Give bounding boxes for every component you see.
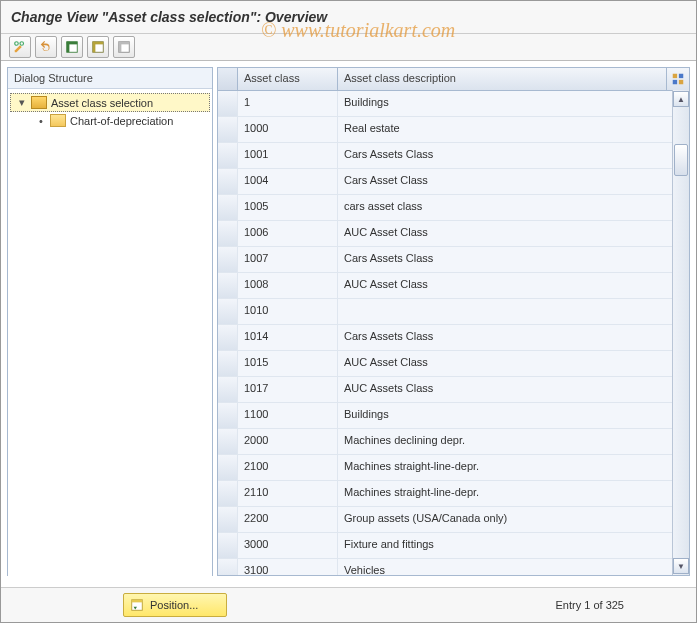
cell-asset-class[interactable]: 2100	[238, 455, 338, 480]
select-block-button[interactable]	[87, 36, 109, 58]
row-selector[interactable]	[218, 247, 238, 272]
table-select-icon	[65, 40, 79, 54]
cell-asset-class-description[interactable]: Machines straight-line-depr.	[338, 455, 689, 480]
cell-asset-class-description[interactable]: Cars Assets Class	[338, 325, 689, 350]
table-row[interactable]: 2200Group assets (USA/Canada only)	[218, 507, 689, 533]
table-row[interactable]: 3100Vehicles	[218, 559, 689, 575]
col-asset-class-description[interactable]: Asset class description	[338, 68, 667, 90]
table-row[interactable]: 1004Cars Asset Class	[218, 169, 689, 195]
svg-rect-13	[673, 80, 677, 84]
cell-asset-class-description[interactable]: Vehicles	[338, 559, 689, 575]
tree-node-chart-of-depreciation[interactable]: • Chart-of-depreciation	[8, 112, 212, 129]
table-row[interactable]: 1100Buildings	[218, 403, 689, 429]
cell-asset-class-description[interactable]: Cars Asset Class	[338, 169, 689, 194]
row-selector[interactable]	[218, 377, 238, 402]
vertical-scrollbar[interactable]: ▲ ▼	[672, 90, 689, 575]
row-selector[interactable]	[218, 351, 238, 376]
row-selector[interactable]	[218, 455, 238, 480]
svg-point-0	[15, 42, 19, 46]
row-selector[interactable]	[218, 403, 238, 428]
table-row[interactable]: 2100Machines straight-line-depr.	[218, 455, 689, 481]
table-row[interactable]: 1001Cars Assets Class	[218, 143, 689, 169]
cell-asset-class[interactable]: 1005	[238, 195, 338, 220]
cell-asset-class[interactable]: 1015	[238, 351, 338, 376]
row-selector[interactable]	[218, 533, 238, 558]
cell-asset-class[interactable]: 1007	[238, 247, 338, 272]
row-selector[interactable]	[218, 221, 238, 246]
cell-asset-class-description[interactable]: Fixture and fittings	[338, 533, 689, 558]
cell-asset-class[interactable]: 1008	[238, 273, 338, 298]
svg-rect-4	[67, 42, 70, 53]
cell-asset-class-description[interactable]: Machines declining depr.	[338, 429, 689, 454]
scroll-up-button[interactable]: ▲	[673, 91, 689, 107]
table-row[interactable]: 1Buildings	[218, 91, 689, 117]
cell-asset-class[interactable]: 3100	[238, 559, 338, 575]
row-selector[interactable]	[218, 143, 238, 168]
cell-asset-class[interactable]: 1100	[238, 403, 338, 428]
cell-asset-class[interactable]: 3000	[238, 533, 338, 558]
table-row[interactable]: 1000Real estate	[218, 117, 689, 143]
table-row[interactable]: 1017AUC Assets Class	[218, 377, 689, 403]
row-selector[interactable]	[218, 429, 238, 454]
table-header: Asset class Asset class description	[218, 68, 689, 91]
scrollbar-thumb[interactable]	[674, 144, 688, 176]
table-row[interactable]: 1015AUC Asset Class	[218, 351, 689, 377]
content-area: Dialog Structure ▾ Asset class selection…	[1, 61, 696, 582]
cell-asset-class[interactable]: 2110	[238, 481, 338, 506]
table-row[interactable]: 2110Machines straight-line-depr.	[218, 481, 689, 507]
table-row[interactable]: 1006AUC Asset Class	[218, 221, 689, 247]
table-row[interactable]: 1010	[218, 299, 689, 325]
table-row[interactable]: 1014Cars Assets Class	[218, 325, 689, 351]
cell-asset-class-description[interactable]: Buildings	[338, 403, 689, 428]
table-row[interactable]: 1008AUC Asset Class	[218, 273, 689, 299]
scroll-down-button[interactable]: ▼	[673, 558, 689, 574]
row-selector-header[interactable]	[218, 68, 238, 90]
cell-asset-class-description[interactable]	[338, 299, 689, 324]
cell-asset-class-description[interactable]: Real estate	[338, 117, 689, 142]
cell-asset-class-description[interactable]: cars asset class	[338, 195, 689, 220]
cell-asset-class-description[interactable]: AUC Asset Class	[338, 221, 689, 246]
cell-asset-class-description[interactable]: AUC Asset Class	[338, 273, 689, 298]
cell-asset-class[interactable]: 1006	[238, 221, 338, 246]
cell-asset-class[interactable]: 1001	[238, 143, 338, 168]
cell-asset-class[interactable]: 2200	[238, 507, 338, 532]
row-selector[interactable]	[218, 273, 238, 298]
row-selector[interactable]	[218, 91, 238, 116]
toggle-edit-button[interactable]	[9, 36, 31, 58]
cell-asset-class-description[interactable]: AUC Assets Class	[338, 377, 689, 402]
row-selector[interactable]	[218, 559, 238, 575]
table-row[interactable]: 3000Fixture and fittings	[218, 533, 689, 559]
select-all-button[interactable]	[61, 36, 83, 58]
cell-asset-class[interactable]: 1014	[238, 325, 338, 350]
col-asset-class[interactable]: Asset class	[238, 68, 338, 90]
table-row[interactable]: 1007Cars Assets Class	[218, 247, 689, 273]
cell-asset-class[interactable]: 1010	[238, 299, 338, 324]
row-selector[interactable]	[218, 507, 238, 532]
table-body: 1Buildings1000Real estate1001Cars Assets…	[218, 91, 689, 575]
cell-asset-class[interactable]: 1000	[238, 117, 338, 142]
row-selector[interactable]	[218, 325, 238, 350]
cell-asset-class[interactable]: 2000	[238, 429, 338, 454]
cell-asset-class[interactable]: 1	[238, 91, 338, 116]
row-selector[interactable]	[218, 169, 238, 194]
tree-node-asset-class-selection[interactable]: ▾ Asset class selection	[10, 93, 210, 112]
cell-asset-class-description[interactable]: Buildings	[338, 91, 689, 116]
row-selector[interactable]	[218, 117, 238, 142]
cell-asset-class-description[interactable]: Group assets (USA/Canada only)	[338, 507, 689, 532]
cell-asset-class-description[interactable]: Machines straight-line-depr.	[338, 481, 689, 506]
configure-columns-button[interactable]	[667, 68, 689, 90]
cell-asset-class[interactable]: 1004	[238, 169, 338, 194]
row-selector[interactable]	[218, 481, 238, 506]
cell-asset-class-description[interactable]: AUC Asset Class	[338, 351, 689, 376]
cell-asset-class-description[interactable]: Cars Assets Class	[338, 247, 689, 272]
table-row[interactable]: 2000Machines declining depr.	[218, 429, 689, 455]
deselect-all-button[interactable]	[113, 36, 135, 58]
undo-button[interactable]	[35, 36, 57, 58]
cell-asset-class-description[interactable]: Cars Assets Class	[338, 143, 689, 168]
collapse-icon[interactable]: ▾	[17, 96, 27, 109]
cell-asset-class[interactable]: 1017	[238, 377, 338, 402]
row-selector[interactable]	[218, 299, 238, 324]
table-row[interactable]: 1005cars asset class	[218, 195, 689, 221]
position-button[interactable]: Position...	[123, 593, 227, 617]
row-selector[interactable]	[218, 195, 238, 220]
